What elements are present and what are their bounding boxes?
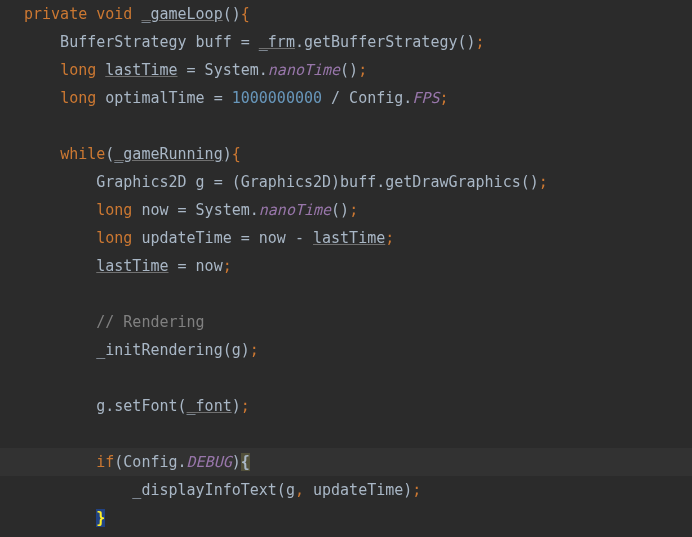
code-token: long (60, 89, 105, 107)
code-token (24, 61, 60, 79)
code-token: // Rendering (96, 313, 204, 331)
code-line[interactable]: lastTime = now; (0, 252, 692, 280)
code-line[interactable]: // Rendering (0, 308, 692, 336)
code-token: private (24, 5, 96, 23)
code-token (24, 453, 96, 471)
code-token: if (96, 453, 114, 471)
code-token: ; (412, 481, 421, 499)
code-token: = System. (178, 61, 268, 79)
code-token: _gameRunning (114, 145, 222, 163)
code-token: nanoTime (268, 61, 340, 79)
code-line[interactable] (0, 532, 692, 537)
code-token: { (241, 453, 250, 471)
code-token (24, 229, 96, 247)
code-token: (Config. (114, 453, 186, 471)
code-token: / Config. (331, 89, 412, 107)
code-token: _font (187, 397, 232, 415)
code-token: .getBufferStrategy() (295, 33, 476, 51)
code-line[interactable] (0, 420, 692, 448)
code-line[interactable]: long updateTime = now - lastTime; (0, 224, 692, 252)
code-line[interactable]: _displayInfoText(g, updateTime); (0, 476, 692, 504)
code-token: { (232, 145, 241, 163)
code-token: lastTime (105, 61, 177, 79)
code-token: _displayInfoText(g (24, 481, 295, 499)
code-line[interactable]: } (0, 504, 692, 532)
code-token (24, 509, 96, 527)
code-token: ) (223, 145, 232, 163)
code-token: long (96, 201, 141, 219)
code-token: 1000000000 (232, 89, 331, 107)
code-token: lastTime (96, 257, 168, 275)
code-token: updateTime) (313, 481, 412, 499)
code-token: Graphics2D g = (Graphics2D)buff.getDrawG… (24, 173, 539, 191)
code-token: () (331, 201, 349, 219)
code-token: { (241, 5, 250, 23)
code-token: ) (232, 397, 241, 415)
code-token: updateTime = now - (141, 229, 313, 247)
code-token: ; (385, 229, 394, 247)
code-token: , (295, 481, 313, 499)
code-token: DEBUG (187, 453, 232, 471)
code-line[interactable] (0, 280, 692, 308)
code-line[interactable]: long lastTime = System.nanoTime(); (0, 56, 692, 84)
code-line[interactable]: private void _gameLoop(){ (0, 0, 692, 28)
code-token: ; (439, 89, 448, 107)
code-token: ; (223, 257, 232, 275)
code-token: ; (358, 61, 367, 79)
code-token: _initRendering(g) (24, 341, 250, 359)
code-token: now = System. (141, 201, 258, 219)
code-token: ) (232, 453, 241, 471)
code-token: _gameLoop (141, 5, 222, 23)
code-token: () (340, 61, 358, 79)
code-line[interactable] (0, 112, 692, 140)
code-token: ; (539, 173, 548, 191)
code-token: void (96, 5, 141, 23)
code-token: _frm (259, 33, 295, 51)
code-line[interactable]: _initRendering(g); (0, 336, 692, 364)
code-token: long (60, 61, 105, 79)
code-token: lastTime (313, 229, 385, 247)
code-token: optimalTime = (105, 89, 231, 107)
code-token: = now (169, 257, 223, 275)
code-line[interactable]: Graphics2D g = (Graphics2D)buff.getDrawG… (0, 168, 692, 196)
code-line[interactable]: long now = System.nanoTime(); (0, 196, 692, 224)
code-token: ( (105, 145, 114, 163)
code-token (24, 201, 96, 219)
code-token: ; (476, 33, 485, 51)
code-token: long (96, 229, 141, 247)
code-token: g.setFont( (24, 397, 187, 415)
code-token (24, 313, 96, 331)
code-line[interactable]: while(_gameRunning){ (0, 140, 692, 168)
code-line[interactable]: long optimalTime = 1000000000 / Config.F… (0, 84, 692, 112)
code-editor[interactable]: private void _gameLoop(){ BufferStrategy… (0, 0, 692, 537)
code-token (24, 89, 60, 107)
code-token (24, 145, 60, 163)
code-token: FPS (412, 89, 439, 107)
code-token: } (96, 509, 105, 527)
code-line[interactable]: BufferStrategy buff = _frm.getBufferStra… (0, 28, 692, 56)
code-token: while (60, 145, 105, 163)
code-token: nanoTime (259, 201, 331, 219)
code-token: BufferStrategy buff = (24, 33, 259, 51)
code-token: ; (250, 341, 259, 359)
code-line[interactable]: if(Config.DEBUG){ (0, 448, 692, 476)
code-token: ; (349, 201, 358, 219)
code-line[interactable] (0, 364, 692, 392)
code-token (24, 257, 96, 275)
code-line[interactable]: g.setFont(_font); (0, 392, 692, 420)
code-token: ; (241, 397, 250, 415)
code-token: () (223, 5, 241, 23)
